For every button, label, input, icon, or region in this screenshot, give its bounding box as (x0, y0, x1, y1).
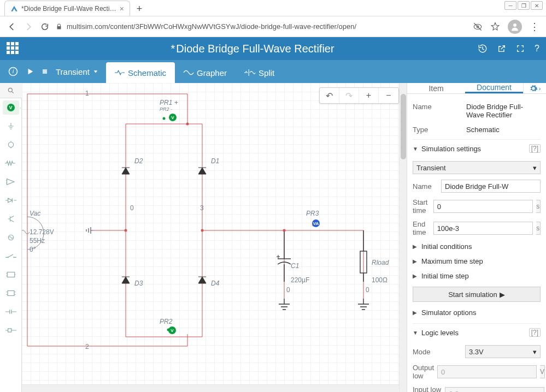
svg-point-6 (8, 142, 13, 147)
probe-pr3-icon[interactable]: VA (312, 219, 320, 227)
net-3-label: 3 (200, 204, 204, 212)
unsaved-marker: * (171, 43, 175, 55)
browser-tab[interactable]: *Diode Bridge Full-Wave Rectifie × (4, 1, 130, 16)
input-low-threshold-input (445, 387, 544, 392)
svg-point-8 (7, 257, 8, 258)
sim-mode-dropdown[interactable]: Transient (56, 67, 98, 76)
ic-tool[interactable] (3, 286, 19, 300)
d3-label: D3 (134, 280, 143, 287)
fullscreen-icon[interactable] (516, 44, 525, 53)
schematic-svg (22, 83, 404, 389)
zoom-out-button[interactable]: − (379, 88, 398, 103)
help-button[interactable]: ? (535, 44, 539, 54)
info-button[interactable]: i (8, 66, 19, 77)
probe-tool[interactable]: V (3, 100, 19, 115)
sim-type-select[interactable]: Transient▾ (413, 161, 541, 174)
history-icon[interactable] (478, 44, 488, 54)
close-window-button[interactable]: ✕ (531, 1, 543, 10)
ground-tool[interactable] (3, 119, 19, 133)
diode-tool[interactable] (3, 193, 19, 207)
forward-button[interactable] (23, 21, 34, 32)
sim-settings-header[interactable]: ▼Simulation settings [?] (413, 139, 541, 157)
zoom-in-button[interactable]: + (359, 88, 379, 103)
digital-tool[interactable] (3, 268, 19, 282)
logic-mode-select[interactable]: 3.3V▾ (465, 345, 541, 358)
maximize-button[interactable]: ❐ (518, 1, 530, 10)
transistor-tool[interactable] (3, 212, 19, 226)
url-text: multisim.com/content/3FbWWrCoHWxgNwWVtGS… (67, 22, 356, 31)
svg-rect-4 (43, 69, 47, 74)
app-header: *Diode Bridge Full-Wave Rectifier ? (0, 37, 546, 60)
minimize-button[interactable]: ─ (504, 1, 516, 10)
incognito-icon[interactable] (473, 22, 483, 32)
open-external-icon[interactable] (497, 44, 506, 53)
tab-grapher[interactable]: Grapher (175, 62, 236, 83)
d2-label: D2 (134, 157, 143, 165)
max-time-step-toggle[interactable]: ▶Maximum time step (413, 254, 541, 269)
tab-item[interactable]: Item (407, 83, 465, 93)
switch-tool[interactable] (3, 249, 19, 263)
url-display[interactable]: multisim.com/content/3FbWWrCoHWxgNwWVtGS… (56, 22, 467, 31)
stop-button[interactable] (42, 68, 48, 75)
logic-levels-header[interactable]: ▼Logic levels [?] (413, 323, 541, 341)
schematic-canvas[interactable]: ↶ ↷ + − (22, 83, 407, 392)
palette-search[interactable] (0, 83, 22, 98)
sim-name-input[interactable] (441, 180, 541, 193)
svg-point-18 (163, 117, 166, 120)
app-favicon (10, 5, 18, 13)
doc-name-row: Name Diode Bridge Full-Wave Rectifier (413, 99, 541, 122)
c1-node: 0 (286, 286, 290, 294)
ac-source-tool[interactable] (3, 230, 19, 245)
panel-settings-button[interactable]: › (523, 83, 546, 93)
account-avatar[interactable] (508, 20, 522, 34)
pr1-label: PR1 + (160, 99, 178, 106)
connector-tool[interactable] (3, 323, 19, 337)
split-icon (244, 69, 255, 76)
vac-phase: 0° (30, 246, 36, 253)
resistor-tool[interactable] (3, 156, 19, 170)
tab-split[interactable]: Split (236, 62, 283, 83)
addr-tools: ⋮ (473, 20, 539, 34)
net-1-label: 1 (85, 90, 89, 97)
svg-point-15 (283, 229, 286, 232)
c1-value: 220µF (291, 276, 309, 284)
header-tools: ? (478, 44, 539, 54)
vac-voltage: 12.728V (30, 228, 54, 236)
play-button[interactable] (26, 68, 34, 75)
tab-title: *Diode Bridge Full-Wave Rectifie (21, 5, 116, 13)
end-time-input[interactable] (433, 222, 533, 235)
capacitor-tool[interactable] (3, 305, 19, 319)
reload-button[interactable] (39, 21, 50, 32)
new-tab-button[interactable]: + (132, 2, 146, 16)
initial-time-step-toggle[interactable]: ▶Initial time step (413, 269, 541, 283)
gear-icon (529, 84, 538, 93)
undo-button[interactable]: ↶ (320, 88, 339, 103)
grapher-icon (184, 69, 193, 76)
svg-point-14 (201, 229, 204, 232)
browser-menu-icon[interactable]: ⋮ (530, 21, 539, 33)
d4-label: D4 (211, 280, 219, 287)
source-tool[interactable] (3, 138, 19, 152)
app-launcher-icon[interactable] (7, 42, 20, 55)
back-button[interactable] (7, 21, 17, 32)
bookmark-icon[interactable] (490, 22, 500, 32)
opamp-tool[interactable] (3, 175, 19, 189)
close-tab-icon[interactable]: × (120, 5, 124, 13)
chevron-down-icon (93, 69, 98, 74)
help-icon[interactable]: [?] (529, 328, 541, 337)
probe-pr2-icon[interactable]: V (168, 326, 176, 334)
panel-tabs: Item Document › (407, 83, 546, 94)
canvas-vscroll[interactable] (399, 83, 407, 392)
simulator-options-toggle[interactable]: ▶Simulator options (413, 305, 541, 320)
help-icon[interactable]: [?] (529, 144, 541, 153)
start-simulation-button[interactable]: Start simulation▶ (413, 287, 541, 302)
tab-schematic[interactable]: Schematic (106, 62, 175, 83)
tab-document[interactable]: Document (465, 83, 523, 93)
initial-conditions-toggle[interactable]: ▶Initial conditions (413, 239, 541, 254)
probe-pr1-icon[interactable]: V (169, 114, 177, 121)
svg-point-16 (186, 123, 189, 126)
redo-button[interactable]: ↷ (339, 88, 359, 103)
canvas-hscroll[interactable] (22, 384, 399, 392)
start-time-input[interactable] (433, 200, 533, 213)
svg-point-1 (513, 23, 516, 27)
